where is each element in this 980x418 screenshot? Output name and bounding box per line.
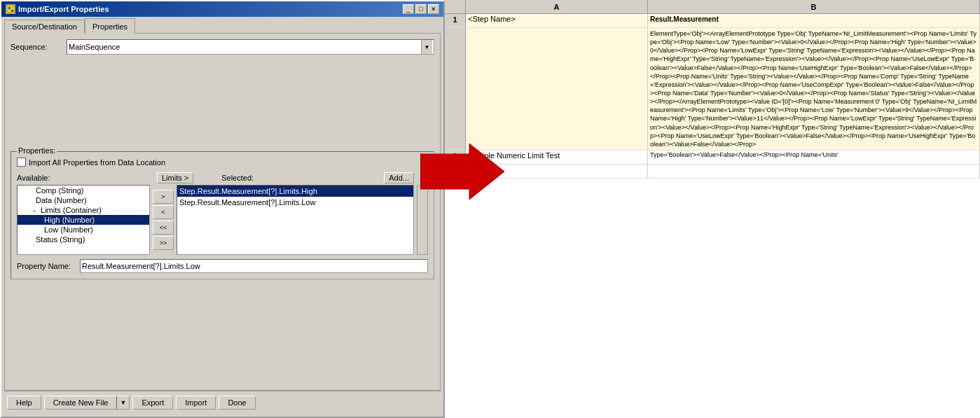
dialog-title: Import/Export Properties — [18, 5, 109, 13]
minimize-button[interactable]: _ — [403, 4, 414, 14]
bottom-buttons: Help Create New File ▼ Export Import Don… — [4, 391, 441, 414]
selected-item-low[interactable]: Step.Result.Measurement[?].Limits.Low — [177, 197, 413, 208]
arrow-buttons: > < << >> — [153, 185, 174, 255]
selected-list[interactable]: Step.Result.Measurement[?].Limits.High S… — [177, 185, 414, 255]
row-number: 2 — [445, 151, 466, 164]
scroll-right[interactable] — [417, 185, 428, 255]
import-all-row: Import All Properties from Data Location — [17, 158, 428, 167]
cell-2b: Type='Boolean'><Value>False</Value></Pro… — [648, 151, 980, 164]
tab-source-destination[interactable]: Source/Destination — [4, 20, 85, 34]
list-item[interactable]: - Limits (Container) — [18, 205, 149, 215]
list-item-status[interactable]: Status (String) — [18, 235, 149, 244]
spreadsheet: A B 1 <Step Name> Result.Measurement Ele… — [445, 0, 980, 418]
import-all-checkbox[interactable] — [17, 158, 26, 167]
row-number — [445, 28, 466, 150]
tabs: Source/Destination Properties — [4, 20, 441, 34]
maximize-button[interactable]: □ — [415, 4, 427, 14]
group-label: Properties: — [17, 146, 57, 155]
sequence-dropdown[interactable]: MainSequence ▼ — [67, 39, 434, 55]
move-left-button[interactable]: < — [153, 205, 174, 219]
cell-3a — [466, 165, 648, 178]
import-button[interactable]: Import — [176, 396, 216, 410]
done-button[interactable]: Done — [219, 396, 255, 410]
prop-name-input[interactable] — [80, 259, 428, 273]
props-header: Available: Limits > Selected: Add... — [17, 172, 428, 183]
cell-cont-a — [466, 28, 648, 150]
prop-name-label: Property Name: — [17, 262, 80, 270]
limits-button[interactable]: Limits > — [157, 172, 193, 183]
tab-properties[interactable]: Properties — [85, 18, 135, 34]
cell-1a[interactable]: <Step Name> — [466, 14, 648, 27]
list-item[interactable]: Comp (String) — [18, 186, 149, 195]
table-row: 1 <Step Name> Result.Measurement — [445, 14, 980, 28]
table-row: 3 — [445, 165, 980, 179]
create-new-button[interactable]: Create New File — [44, 396, 117, 410]
sequence-dropdown-arrow[interactable]: ▼ — [421, 40, 432, 54]
create-new-dropdown-button[interactable]: ▼ — [116, 396, 130, 410]
cell-1b: Result.Measurement — [648, 14, 980, 27]
cell-cont-b: ElementType='Obj'><ArrayElementPrototype… — [648, 28, 980, 150]
cell-2a[interactable]: Multiple Numeric Limit Test — [466, 151, 648, 164]
dialog-icon — [6, 4, 15, 14]
table-row: 2 Multiple Numeric Limit Test Type='Bool… — [445, 151, 980, 165]
row-num-header — [445, 0, 466, 13]
sequence-label: Sequence: — [11, 43, 67, 51]
list-item[interactable]: Data (Number) — [18, 195, 149, 205]
list-item-high[interactable]: High (Number) — [18, 215, 149, 225]
import-all-label: Import All Properties from Data Location — [29, 158, 165, 167]
row-number: 3 — [445, 165, 466, 178]
list-item-low[interactable]: Low (Number) — [18, 225, 149, 235]
row-number: 1 — [445, 14, 466, 27]
sequence-row: Sequence: MainSequence ▼ — [11, 39, 434, 55]
selected-item-high[interactable]: Step.Result.Measurement[?].Limits.High — [177, 186, 413, 197]
svg-rect-2 — [11, 10, 13, 12]
title-bar: Import/Export Properties _ □ ✕ — [1, 1, 443, 17]
sheet-header: A B — [445, 0, 980, 14]
dialog-content: Source/Destination Properties Sequence: … — [1, 17, 443, 417]
col-a-header[interactable]: A — [466, 0, 648, 13]
available-list[interactable]: Comp (String) Data (Number) - Limits (Co… — [17, 185, 150, 255]
properties-group: Properties: Import All Properties from D… — [11, 151, 434, 279]
svg-rect-1 — [8, 7, 11, 9]
create-new-split: Create New File ▼ — [44, 396, 130, 410]
move-right-button[interactable]: > — [153, 190, 174, 204]
cell-3b — [648, 165, 980, 178]
col-b-header[interactable]: B — [648, 0, 980, 13]
help-button[interactable]: Help — [7, 396, 41, 410]
move-all-left-button[interactable]: << — [153, 221, 174, 235]
add-button[interactable]: Add... — [384, 172, 414, 183]
sheet-body[interactable]: 1 <Step Name> Result.Measurement Element… — [445, 14, 980, 418]
tab-content: Sequence: MainSequence ▼ Properties: Imp… — [4, 33, 441, 391]
props-lists-area: Comp (String) Data (Number) - Limits (Co… — [17, 185, 428, 255]
import-export-dialog: Import/Export Properties _ □ ✕ Source/De… — [0, 0, 445, 418]
selected-label: Selected: — [221, 174, 384, 182]
export-button[interactable]: Export — [132, 396, 173, 410]
close-button[interactable]: ✕ — [428, 4, 439, 14]
available-label: Available: — [17, 174, 101, 182]
table-row: ElementType='Obj'><ArrayElementPrototype… — [445, 28, 980, 151]
move-all-right-button[interactable]: >> — [153, 236, 174, 250]
prop-name-row: Property Name: — [17, 259, 428, 273]
